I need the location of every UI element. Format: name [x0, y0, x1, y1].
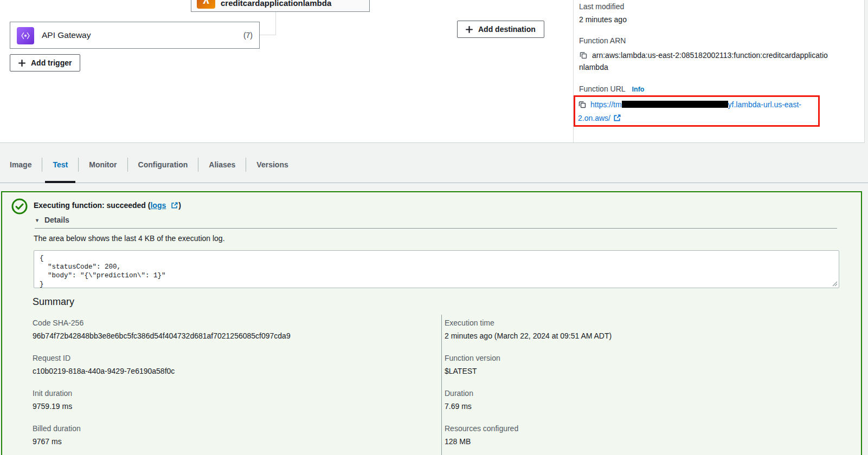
- summary-item: Function version $LATEST: [445, 353, 824, 376]
- success-check-icon: [11, 198, 28, 215]
- summary-item: Code SHA-256 96b74f72b42848bb3e8e6bc5fc3…: [33, 318, 412, 341]
- summary-heading: Summary: [33, 296, 74, 308]
- tab-versions[interactable]: Versions: [246, 146, 298, 183]
- plus-icon: [18, 60, 25, 67]
- last-modified-label: Last modified: [579, 2, 834, 12]
- function-url-label-row: Function URL Info: [579, 84, 834, 94]
- log-description: The area below shows the last 4 KB of th…: [34, 234, 225, 243]
- copy-icon[interactable]: [579, 51, 588, 60]
- summary-item: Init duration 9759.19 ms: [33, 388, 412, 412]
- function-url-highlight-box: https://tmyf.lambda-url.us-east- 2.on.aw…: [574, 95, 820, 127]
- function-arn-label: Function ARN: [579, 36, 834, 46]
- lambda-service-icon: λ: [197, 0, 215, 9]
- add-trigger-button[interactable]: Add trigger: [10, 54, 80, 72]
- tab-monitor[interactable]: Monitor: [79, 146, 127, 183]
- function-url-line1: https://tmyf.lambda-url.us-east-: [578, 98, 815, 112]
- summary-column-divider: [441, 315, 442, 455]
- summary-left-column: Code SHA-256 96b74f72b42848bb3e8e6bc5fc3…: [33, 318, 412, 455]
- add-destination-button[interactable]: Add destination: [457, 21, 544, 38]
- external-link-icon[interactable]: [613, 114, 621, 122]
- last-modified-value: 2 minutes ago: [579, 15, 834, 25]
- summary-item: Duration 7.69 ms: [445, 388, 824, 412]
- function-details-pane: Last modified 2 minutes ago Function ARN…: [579, 0, 834, 94]
- summary-item: Execution time 2 minutes ago (March 22, …: [445, 318, 824, 341]
- function-overview-card: λ creditcardapplicationlambda API Gatewa…: [0, 0, 865, 143]
- connector-line-vertical: [275, 12, 276, 35]
- trigger-node-label: API Gateway: [42, 30, 91, 40]
- function-arn-row: arn:aws:lambda:us-east-2:085182002113:fu…: [579, 49, 834, 61]
- redaction-bar: [622, 101, 728, 108]
- function-url-link-prefix[interactable]: https://tm: [590, 100, 622, 109]
- function-url-link-line2[interactable]: 2.on.aws/: [578, 114, 610, 122]
- caret-down-icon: ▼: [35, 218, 40, 223]
- copy-icon[interactable]: [578, 100, 587, 109]
- trigger-node-api-gateway[interactable]: API Gateway (7): [10, 22, 260, 49]
- execution-status-text: Executing function: succeeded (logs ): [34, 201, 181, 210]
- lambda-function-name: creditcardapplicationlambda: [221, 0, 331, 8]
- execution-result-panel: Executing function: succeeded (logs ) ▼D…: [1, 191, 862, 455]
- function-arn-value-line1: arn:aws:lambda:us-east-2:085182002113:fu…: [592, 49, 828, 61]
- function-url-label: Function URL: [579, 84, 626, 94]
- execution-log-text: { "statusCode": 200, "body": "{\"predict…: [40, 254, 833, 288]
- lambda-console-page: λ creditcardapplicationlambda API Gatewa…: [0, 0, 868, 455]
- external-link-icon[interactable]: [171, 202, 178, 209]
- summary-item: Billed duration 9767 ms: [33, 424, 412, 447]
- function-url-line2: 2.on.aws/: [578, 112, 815, 125]
- connector-line-horizontal: [260, 35, 276, 35]
- function-arn-value-line2: nlambda: [579, 61, 834, 73]
- tab-configuration[interactable]: Configuration: [128, 146, 198, 183]
- execution-log-textarea[interactable]: { "statusCode": 200, "body": "{\"predict…: [34, 250, 839, 288]
- details-expander[interactable]: ▼Details: [35, 216, 69, 224]
- details-divider: [35, 228, 837, 229]
- tab-image[interactable]: Image: [10, 146, 42, 183]
- plus-icon: [466, 26, 473, 33]
- summary-item: Resources configured 128 MB: [445, 424, 824, 447]
- resize-handle[interactable]: [832, 281, 838, 287]
- tab-aliases[interactable]: Aliases: [198, 146, 246, 183]
- tab-test[interactable]: Test: [42, 146, 78, 183]
- summary-right-column: Execution time 2 minutes ago (March 22, …: [445, 318, 824, 455]
- api-gateway-icon: [17, 27, 34, 44]
- logs-link[interactable]: logs: [150, 201, 166, 210]
- info-link[interactable]: Info: [632, 86, 645, 93]
- trigger-count-badge: (7): [243, 31, 253, 40]
- lambda-function-node[interactable]: λ creditcardapplicationlambda: [191, 0, 370, 12]
- tab-bar: Image Test Monitor Configuration Aliases…: [0, 146, 868, 183]
- summary-item: Request ID c10b0219-818a-440a-9429-7e619…: [33, 353, 412, 376]
- function-url-link-suffix[interactable]: yf.lambda-url.us-east-: [728, 100, 801, 109]
